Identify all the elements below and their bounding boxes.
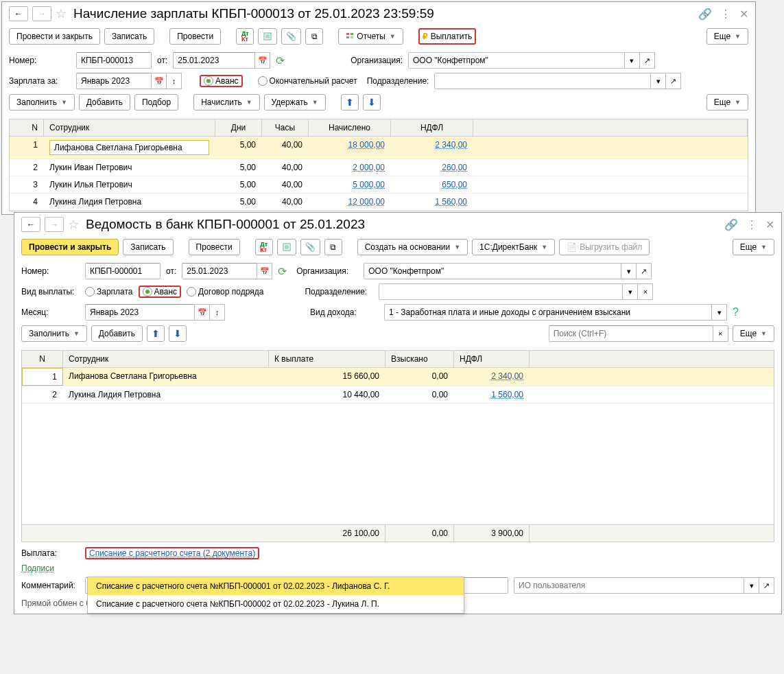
radio-avans[interactable]: Аванс	[200, 75, 243, 87]
dept-dropdown-icon-2[interactable]: ▾	[623, 283, 638, 300]
fill-button-2[interactable]: Заполнить▼	[21, 325, 87, 342]
org-field[interactable]	[408, 52, 625, 69]
forward-button-2[interactable]: →	[45, 217, 64, 232]
dept-clear-icon[interactable]: ×	[638, 283, 653, 300]
col-accrued[interactable]: Начислено	[309, 119, 391, 136]
pick-button[interactable]: Подбор	[134, 94, 178, 111]
post-button-2[interactable]: Провести	[189, 239, 240, 255]
radio-avans-2[interactable]: Аванс	[139, 286, 182, 298]
help-icon[interactable]: ?	[733, 306, 739, 318]
user-open-icon[interactable]: ↗	[759, 577, 774, 594]
period-calendar-icon[interactable]: 📅	[152, 73, 167, 89]
month-calendar-icon[interactable]: 📅	[195, 304, 210, 321]
dept-dropdown-icon[interactable]: ▾	[651, 73, 666, 89]
col-n[interactable]: N	[10, 119, 44, 136]
save-button[interactable]: Записать	[104, 28, 154, 45]
post-button[interactable]: Провести	[169, 28, 221, 45]
post-close-button-2[interactable]: Провести и закрыть	[21, 239, 119, 255]
copy-icon-button-2[interactable]: ⧉	[324, 239, 342, 255]
down-button-2[interactable]: ⬇	[169, 325, 187, 342]
col-collected[interactable]: Взыскано	[385, 351, 454, 367]
sign-link[interactable]: Подписи	[21, 563, 80, 573]
col-ndfl-2[interactable]: НДФЛ	[454, 351, 530, 367]
period-field[interactable]	[76, 73, 152, 89]
col-hours[interactable]: Часы	[262, 119, 309, 136]
fill-button[interactable]: Заполнить▼	[9, 94, 75, 111]
table-row[interactable]: 1 Лифанова Светлана Григорьевна 5,00 40,…	[10, 137, 748, 159]
col-days[interactable]: Дни	[215, 119, 262, 136]
favorite-icon-2[interactable]: ☆	[68, 217, 79, 232]
close-icon[interactable]: ✕	[739, 8, 748, 21]
table-row[interactable]: 2 Лукин Иван Петрович 5,00 40,00 2 000,0…	[10, 159, 748, 176]
user-field[interactable]	[514, 577, 744, 594]
favorite-icon[interactable]: ☆	[56, 6, 67, 21]
add-button-2[interactable]: Добавить	[91, 325, 143, 342]
month-step-icon[interactable]: ↕	[210, 304, 225, 321]
create-on-button[interactable]: Создать на основании▼	[357, 239, 468, 255]
more2-button-2[interactable]: Еще▼	[733, 325, 774, 342]
dept-field[interactable]	[434, 73, 651, 89]
back-button[interactable]: ←	[9, 6, 28, 21]
period-step-icon[interactable]: ↕	[167, 73, 182, 89]
more-button-2[interactable]: Еще▼	[733, 239, 774, 255]
popup-item-1[interactable]: Списание с расчетного счета №КПБП-000001…	[88, 577, 464, 595]
search-clear-icon[interactable]: ×	[713, 325, 728, 342]
more-icon[interactable]: ⋮	[720, 8, 731, 21]
month-field[interactable]	[85, 304, 195, 321]
save-button-2[interactable]: Записать	[123, 239, 173, 255]
date-field[interactable]	[173, 52, 255, 69]
dtkt-button[interactable]: ДтКт	[236, 28, 254, 45]
org-open-icon[interactable]: ↗	[640, 52, 655, 69]
forward-button[interactable]: →	[32, 6, 51, 21]
popup-item-2[interactable]: Списание с расчетного счета №КПБП-000002…	[88, 595, 464, 613]
clip-button-2[interactable]: 📎	[300, 239, 320, 255]
link-icon[interactable]: 🔗	[698, 8, 712, 21]
accrue-button[interactable]: Начислить▼	[193, 94, 259, 111]
radio-salary[interactable]: Зарплата	[85, 287, 133, 297]
radio-contract[interactable]: Договор подряда	[187, 287, 263, 297]
more-button[interactable]: Еще▼	[706, 28, 748, 45]
table-row[interactable]: 2 Лукина Лидия Петровна 10 440,00 0,00 1…	[22, 386, 774, 404]
org-dropdown-icon[interactable]: ▾	[625, 52, 640, 69]
org-field-2[interactable]	[364, 263, 621, 279]
export-button[interactable]: 📄Выгрузить файл	[559, 239, 650, 255]
down-button[interactable]: ⬇	[363, 94, 381, 111]
link-icon-2[interactable]: 🔗	[724, 218, 738, 231]
list-icon-button-2[interactable]	[277, 239, 296, 255]
table-row[interactable]: 4 Лукина Лидия Петровна 5,00 40,00 12 00…	[10, 194, 748, 211]
close-icon-2[interactable]: ✕	[765, 218, 774, 231]
direct-bank-button[interactable]: 1С:ДиректБанк▼	[472, 239, 555, 255]
user-dropdown-icon[interactable]: ▾	[744, 577, 759, 594]
reports-button[interactable]: Отчеты▼	[338, 28, 403, 45]
pay-button[interactable]: ₽Выплатить	[418, 28, 477, 45]
clip-button[interactable]: 📎	[281, 28, 301, 45]
more-icon-2[interactable]: ⋮	[746, 218, 757, 231]
date-field-2[interactable]	[182, 263, 257, 279]
calendar-icon[interactable]: 📅	[255, 52, 270, 69]
col-emp[interactable]: Сотрудник	[44, 119, 215, 136]
dept-field-2[interactable]	[379, 283, 623, 300]
up-button-2[interactable]: ⬆	[147, 325, 165, 342]
col-ndfl[interactable]: НДФЛ	[391, 119, 473, 136]
copy-icon-button[interactable]: ⧉	[305, 28, 323, 45]
org-open-icon-2[interactable]: ↗	[637, 263, 652, 279]
search-input[interactable]	[549, 325, 713, 342]
income-field[interactable]	[384, 304, 712, 321]
dtkt-button-2[interactable]: ДтКт	[255, 239, 273, 255]
up-button[interactable]: ⬆	[341, 94, 359, 111]
add-button[interactable]: Добавить	[79, 94, 130, 111]
refresh-icon-2[interactable]: ⟳	[278, 265, 287, 278]
back-button-2[interactable]: ←	[21, 217, 40, 232]
hold-button[interactable]: Удержать▼	[264, 94, 326, 111]
col-pay[interactable]: К выплате	[269, 351, 385, 367]
number-field[interactable]	[76, 52, 152, 69]
number-field-2[interactable]	[85, 263, 161, 279]
refresh-icon[interactable]: ⟳	[276, 54, 285, 67]
col-n-2[interactable]: N	[22, 351, 63, 367]
calendar-icon-2[interactable]: 📅	[257, 263, 272, 279]
more2-button[interactable]: Еще▼	[706, 94, 748, 111]
org-dropdown-icon-2[interactable]: ▾	[621, 263, 637, 279]
radio-final[interactable]: Окончательный расчет	[258, 76, 357, 86]
table-row[interactable]: 1 Лифанова Светлана Григорьевна 15 660,0…	[22, 368, 774, 386]
table-row[interactable]: 3 Лукин Илья Петрович 5,00 40,00 5 000,0…	[10, 176, 748, 194]
